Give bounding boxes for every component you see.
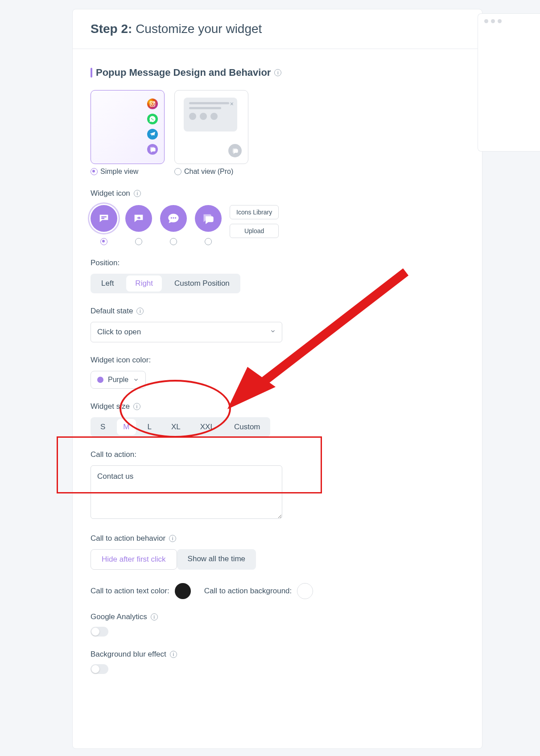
position-label: Position: [91,259,482,267]
cta-bg-color-swatch[interactable] [297,583,313,599]
chat-view-preview: × [174,90,248,164]
chat-bubble-icon [147,144,158,155]
analytics-label: Google Analytics i [91,612,482,621]
widget-size-segment: S M L XL XXL Custom [91,417,270,437]
svg-point-1 [151,103,153,105]
upload-button[interactable]: Upload [230,224,279,238]
svg-point-5 [175,217,176,218]
cta-label: Call to action: [91,450,482,459]
chevron-down-icon [270,328,276,336]
icons-library-button[interactable]: Icons Library [230,205,279,219]
instagram-icon [147,99,158,109]
svg-point-2 [154,102,154,103]
icon-color-select[interactable]: Purple [91,371,146,389]
position-left[interactable]: Left [91,274,124,293]
chat-view-radio[interactable] [174,168,181,175]
default-state-value: Click to open [91,322,282,342]
simple-view-radio[interactable] [91,168,98,175]
info-icon[interactable]: i [136,308,144,315]
widget-icon-option-4[interactable] [195,205,222,245]
cta-color-row: Call to action text color: Call to actio… [91,583,482,599]
position-segment: Left Right Custom Position [91,274,240,293]
size-s[interactable]: S [91,417,115,437]
info-icon[interactable]: i [134,190,141,197]
section-title: Popup Message Design and Behavior i [91,67,482,78]
info-icon[interactable]: i [170,651,177,658]
widget-icon-option-2[interactable] [125,205,152,245]
speech-lines-icon [91,205,117,232]
cta-text-color-label: Call to action text color: [91,587,169,596]
view-simple-option[interactable]: Simple view [91,90,165,176]
position-right[interactable]: Right [126,275,162,292]
blur-label: Background blur effect i [91,650,482,659]
widget-icon-set: Icons Library Upload [91,205,482,245]
side-preview-panel [478,13,540,152]
info-icon[interactable]: i [274,69,281,76]
widget-icon-option-3[interactable] [160,205,187,245]
size-xl[interactable]: XL [161,417,190,437]
size-l[interactable]: L [138,417,161,437]
svg-point-4 [173,217,174,218]
step-title: Customize your widget [132,22,262,36]
widget-icon-option-1[interactable] [91,205,117,245]
section-accent-bar [91,68,92,78]
speech-arrow-icon [125,205,152,232]
step-number: Step 2: [91,22,132,36]
blur-toggle[interactable] [91,664,108,674]
icon-color-label: Widget icon color: [91,356,482,365]
cta-text-color-swatch[interactable] [175,583,191,599]
cta-textarea[interactable] [91,465,282,519]
position-custom[interactable]: Custom Position [164,274,240,293]
chat-fab-icon [228,144,242,157]
telegram-icon [147,129,158,140]
speech-double-icon [195,205,222,232]
analytics-toggle[interactable] [91,627,108,637]
size-custom[interactable]: Custom [224,417,270,437]
svg-point-3 [171,217,172,218]
main-card: Step 2: Customize your widget Popup Mess… [72,9,482,749]
simple-view-preview [91,90,165,164]
default-state-label: Default state i [91,307,482,316]
size-xxl[interactable]: XXL [190,417,224,437]
info-icon[interactable]: i [169,535,176,542]
cta-behavior-show[interactable]: Show all the time [177,549,256,570]
chevron-down-icon [133,377,139,383]
widget-icon-label: Widget icon i [91,189,482,198]
browser-dots [478,14,540,23]
info-icon[interactable]: i [133,403,140,410]
whatsapp-icon [147,114,158,124]
view-chat-option[interactable]: × Chat view (Pro) [174,90,248,176]
default-state-select[interactable]: Click to open [91,322,282,342]
speech-dots-icon [160,205,187,232]
widget-size-label: Widget size i [91,402,482,411]
cta-behavior-label: Call to action behavior i [91,534,482,543]
view-type-row: Simple view × Chat v [91,90,482,176]
info-icon[interactable]: i [151,613,158,620]
card-header: Step 2: Customize your widget [73,9,482,49]
cta-bg-color-label: Call to action background: [204,587,292,596]
size-m[interactable]: M [117,419,136,435]
color-swatch-icon [97,377,103,383]
icon-color-value: Purple [108,376,128,384]
cta-behavior-hide[interactable]: Hide after first click [91,549,177,570]
cta-behavior-segment: Hide after first click Show all the time [91,549,256,570]
close-icon: × [230,100,234,107]
